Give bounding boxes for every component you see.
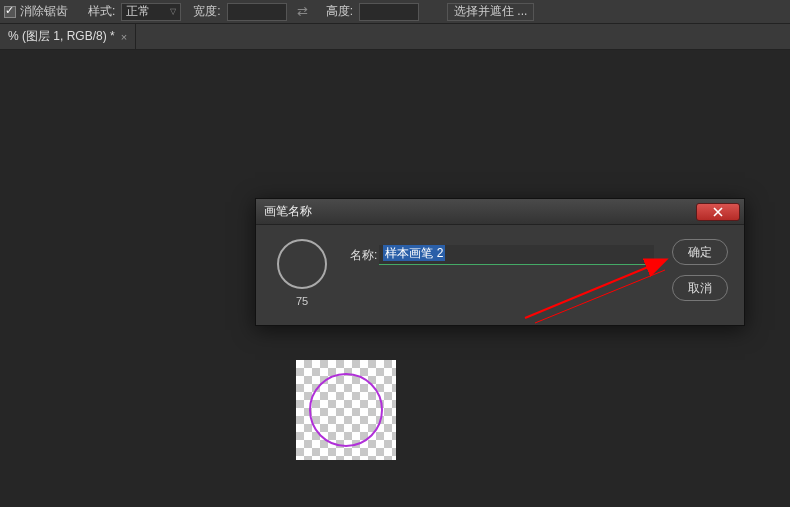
chevron-down-icon: ▽: [170, 7, 176, 16]
antialias-label: 消除锯齿: [20, 3, 68, 20]
brush-name-value: 样本画笔 2: [383, 245, 445, 261]
ok-button[interactable]: 确定: [672, 239, 728, 265]
brush-preview-circle: [277, 239, 327, 289]
style-dropdown[interactable]: 正常 ▽: [121, 3, 181, 21]
canvas-thumbnail: [296, 360, 396, 460]
purple-circle-shape: [309, 373, 383, 447]
brush-name-dialog: 画笔名称 75 名称: 样本画笔 2 确定 取消: [255, 198, 745, 326]
antialias-checkbox[interactable]: [4, 6, 16, 18]
name-label: 名称:: [350, 247, 377, 264]
dialog-title: 画笔名称: [264, 203, 312, 220]
select-and-mask-button[interactable]: 选择并遮住 ...: [447, 3, 534, 21]
style-label: 样式:: [88, 3, 115, 20]
brush-preview-size: 75: [272, 295, 332, 307]
ok-label: 确定: [688, 244, 712, 261]
style-value: 正常: [126, 3, 150, 20]
swap-icon[interactable]: ⇄: [297, 4, 308, 19]
brush-name-input[interactable]: 样本画笔 2: [379, 245, 654, 265]
cancel-label: 取消: [688, 280, 712, 297]
width-label: 宽度:: [193, 3, 220, 20]
close-icon[interactable]: ×: [121, 31, 127, 43]
document-tab-bar: % (图层 1, RGB/8) * ×: [0, 24, 790, 50]
width-input[interactable]: [227, 3, 287, 21]
close-icon: [713, 207, 723, 217]
brush-preview: 75: [272, 239, 332, 307]
dialog-buttons: 确定 取消: [672, 239, 728, 301]
cancel-button[interactable]: 取消: [672, 275, 728, 301]
document-tab[interactable]: % (图层 1, RGB/8) * ×: [0, 24, 136, 49]
dialog-close-button[interactable]: [696, 203, 740, 221]
height-input[interactable]: [359, 3, 419, 21]
select-and-mask-label: 选择并遮住 ...: [454, 3, 527, 20]
height-label: 高度:: [326, 3, 353, 20]
dialog-titlebar[interactable]: 画笔名称: [256, 199, 744, 225]
name-row: 名称: 样本画笔 2: [350, 245, 654, 265]
dialog-body: 75 名称: 样本画笔 2 确定 取消: [256, 225, 744, 325]
options-bar: 消除锯齿 样式: 正常 ▽ 宽度: ⇄ 高度: 选择并遮住 ...: [0, 0, 790, 24]
document-tab-title: % (图层 1, RGB/8) *: [8, 28, 115, 45]
